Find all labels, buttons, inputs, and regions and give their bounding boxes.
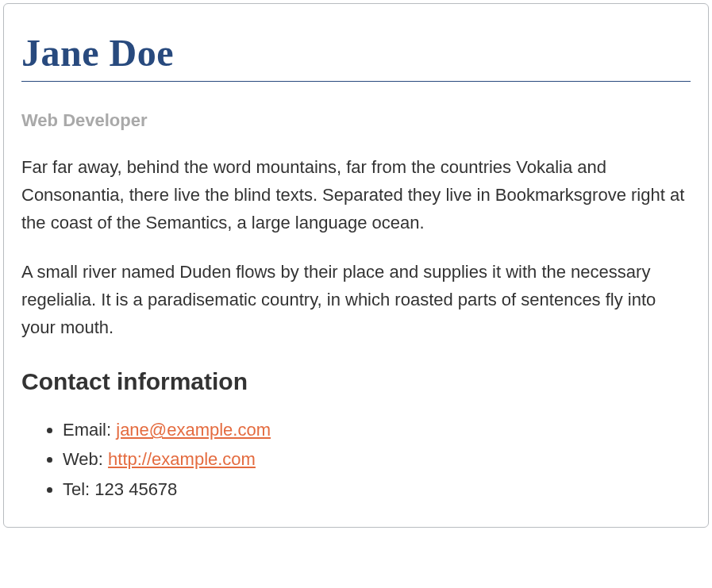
job-title: Web Developer: [21, 110, 691, 131]
email-link[interactable]: jane@example.com: [116, 420, 271, 440]
contact-list: Email: jane@example.com Web: http://exam…: [21, 416, 691, 503]
contact-item-email: Email: jane@example.com: [63, 416, 691, 444]
bio-paragraph-1: Far far away, behind the word mountains,…: [21, 153, 691, 237]
contact-label: Email:: [63, 420, 116, 440]
contact-heading: Contact information: [21, 368, 691, 395]
contact-label: Web:: [63, 449, 108, 469]
divider: [21, 81, 691, 82]
contact-item-web: Web: http://example.com: [63, 445, 691, 473]
bio-paragraph-2: A small river named Duden flows by their…: [21, 258, 691, 342]
contact-item-tel: Tel: 123 45678: [63, 475, 691, 503]
profile-card: Jane Doe Web Developer Far far away, beh…: [3, 3, 709, 528]
person-name: Jane Doe: [21, 31, 691, 75]
contact-label: Tel: 123 45678: [63, 479, 177, 499]
web-link[interactable]: http://example.com: [108, 449, 256, 469]
